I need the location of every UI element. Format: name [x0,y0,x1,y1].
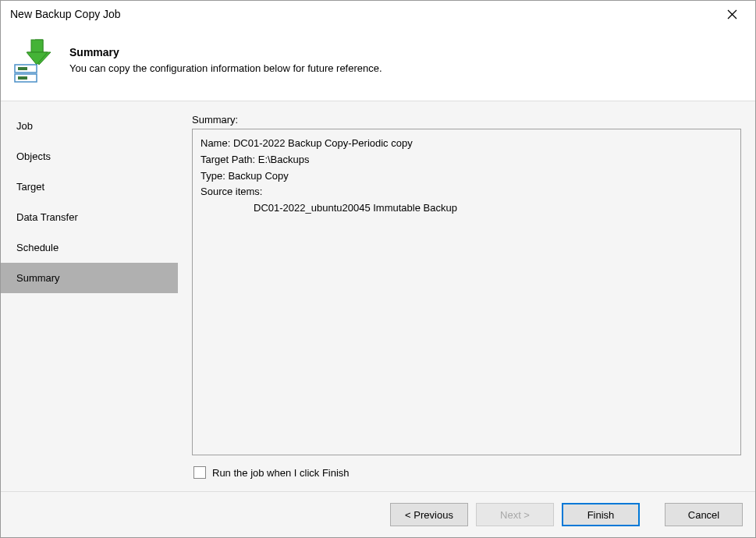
window-title: New Backup Copy Job [10,8,121,20]
sidebar-item-objects[interactable]: Objects [1,141,178,172]
sidebar-item-job[interactable]: Job [1,111,178,141]
sidebar-item-summary[interactable]: Summary [1,263,178,293]
main-panel: Summary: Name: DC01-2022 Backup Copy-Per… [178,101,755,491]
run-on-finish-checkbox[interactable] [193,466,206,479]
sidebar-item-schedule[interactable]: Schedule [1,232,178,263]
sidebar-item-label: Summary [16,272,60,284]
wizard-footer: < Previous Next > Finish Cancel [1,491,755,537]
summary-label: Summary: [192,114,741,126]
sidebar-item-label: Objects [16,150,51,162]
wizard-header: Summary You can copy the configuration i… [1,27,755,101]
run-on-finish-label: Run the job when I click Finish [212,467,350,479]
wizard-icon [12,37,59,83]
cancel-button[interactable]: Cancel [665,503,743,526]
close-button[interactable] [716,3,747,25]
wizard-header-text: Summary You can copy the configuration i… [69,46,382,74]
svg-rect-6 [18,76,27,80]
wizard-title: Summary [69,46,382,58]
sidebar-item-label: Data Transfer [16,211,78,223]
summary-source-items-label: Source items: [201,184,733,200]
titlebar: New Backup Copy Job [1,1,755,27]
sidebar-item-label: Job [16,120,33,132]
summary-textbox[interactable]: Name: DC01-2022 Backup Copy-Periodic cop… [192,129,741,455]
sidebar-item-label: Target [16,181,44,193]
svg-rect-2 [31,40,43,52]
summary-name: Name: DC01-2022 Backup Copy-Periodic cop… [201,136,733,152]
svg-rect-4 [18,67,27,70]
close-icon [727,9,737,19]
wizard-sidebar: Job Objects Target Data Transfer Schedul… [1,101,178,491]
next-button: Next > [476,503,554,526]
summary-type: Type: Backup Copy [201,168,733,185]
sidebar-item-data-transfer[interactable]: Data Transfer [1,202,178,232]
summary-target-path: Target Path: E:\Backups [201,152,733,168]
wizard-content: Job Objects Target Data Transfer Schedul… [1,101,755,491]
wizard-subtitle: You can copy the configuration informati… [69,62,382,74]
finish-button[interactable]: Finish [562,503,640,526]
sidebar-item-label: Schedule [16,242,59,253]
summary-source-item: DC01-2022_ubuntu20045 Immutable Backup [201,200,733,217]
previous-button[interactable]: < Previous [390,503,468,526]
run-on-finish-row: Run the job when I click Finish [192,455,741,491]
sidebar-item-target[interactable]: Target [1,172,178,202]
